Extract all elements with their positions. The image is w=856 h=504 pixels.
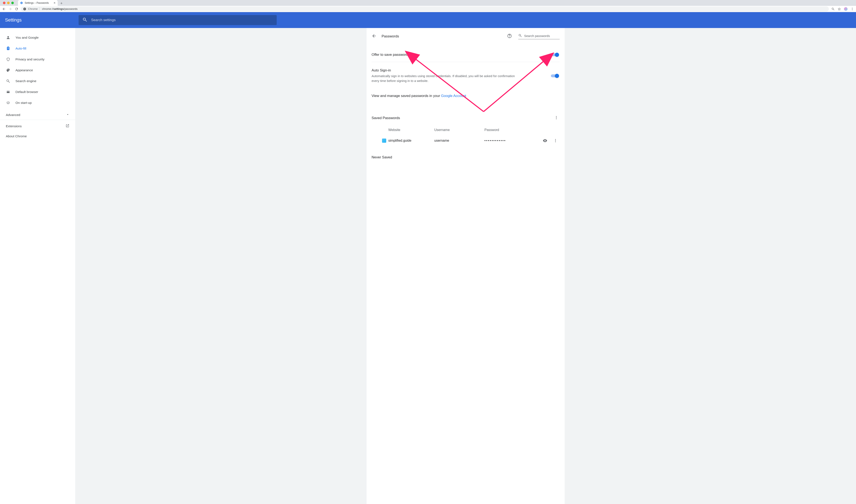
sidebar-advanced-toggle[interactable]: Advanced: [0, 110, 75, 120]
password-cell: ••••••••••••: [484, 139, 539, 143]
sidebar-advanced-label: Advanced: [6, 113, 20, 117]
setting-label: Auto Sign-in: [372, 68, 522, 72]
search-passwords-input[interactable]: [524, 34, 560, 38]
help-icon[interactable]: [507, 33, 512, 39]
svg-point-4: [556, 117, 556, 118]
palette-icon: [6, 68, 11, 72]
window-controls: [1, 2, 14, 4]
forward-button[interactable]: [8, 7, 12, 11]
site-favicon: [372, 139, 388, 143]
svg-point-6: [555, 139, 556, 140]
username-cell: username: [434, 139, 484, 143]
star-icon[interactable]: [838, 7, 841, 11]
back-arrow-button[interactable]: [372, 33, 377, 39]
passwords-table-head: Website Username Password: [372, 124, 560, 137]
password-row: simplified.guide username ••••••••••••: [372, 137, 560, 149]
chrome-menu-icon[interactable]: [851, 7, 854, 11]
setting-label: Offer to save passwords: [372, 53, 410, 57]
window-zoom-button[interactable]: [11, 2, 14, 4]
zoom-icon[interactable]: [831, 7, 835, 11]
sidebar-item-label: Search engine: [16, 79, 36, 83]
url-part: chrome://: [42, 7, 53, 11]
back-button[interactable]: [2, 7, 6, 11]
profile-avatar[interactable]: [844, 7, 848, 11]
svg-point-7: [555, 140, 556, 141]
sidebar-item-privacy[interactable]: Privacy and security: [0, 54, 75, 64]
show-password-icon[interactable]: [539, 138, 551, 143]
setting-auto-signin: Auto Sign-in Automatically sign in to we…: [372, 62, 560, 88]
view-manage-row: View and manage saved passwords in your …: [372, 88, 560, 109]
sidebar-item-startup[interactable]: On start-up: [0, 98, 75, 108]
search-passwords-box[interactable]: [518, 34, 560, 39]
sidebar-item-you-and-google[interactable]: You and Google: [0, 33, 75, 43]
svg-point-5: [556, 119, 556, 119]
address-bar[interactable]: Chrome chrome://settings/passwords: [21, 6, 829, 12]
os-titlebar: Settings – Passwords ✕ +: [0, 0, 856, 6]
sidebar-item-label: You and Google: [16, 36, 39, 39]
sidebar: You and Google Auto-fill Privacy and sec…: [0, 28, 75, 504]
main-area: Passwords Offer to save passwords: [75, 28, 856, 504]
sidebar-link-extensions[interactable]: Extensions: [0, 121, 75, 131]
url-part-bold: settings: [53, 7, 64, 11]
app-title: Settings: [5, 17, 78, 23]
toolbar-right: [831, 7, 854, 11]
chevron-down-icon: [66, 113, 69, 117]
search-settings-box[interactable]: [78, 15, 277, 25]
power-icon: [6, 101, 11, 105]
url-chip: Chrome: [28, 7, 39, 11]
column-website: Website: [372, 128, 434, 132]
google-account-link[interactable]: Google Account: [441, 94, 466, 98]
view-manage-text: View and manage saved passwords in your: [372, 94, 441, 98]
site-cell[interactable]: simplified.guide: [388, 139, 434, 143]
search-icon: [82, 17, 87, 23]
sidebar-link-about[interactable]: About Chrome: [0, 131, 75, 141]
passwords-panel: Passwords Offer to save passwords: [367, 28, 565, 504]
panel-head: Passwords: [372, 33, 560, 39]
sidebar-item-label: Auto-fill: [16, 47, 26, 50]
gear-icon: [20, 1, 23, 4]
svg-point-8: [555, 142, 556, 142]
sidebar-item-appearance[interactable]: Appearance: [0, 65, 75, 75]
reload-button[interactable]: [15, 7, 18, 11]
sidebar-item-label: Default browser: [16, 90, 38, 94]
svg-point-1: [852, 8, 853, 9]
column-username: Username: [434, 128, 484, 132]
svg-point-3: [556, 116, 556, 116]
sidebar-link-label: Extensions: [6, 124, 22, 128]
saved-passwords-menu-icon[interactable]: [553, 114, 560, 122]
url-part: /passwords: [64, 7, 77, 11]
saved-passwords-head: Saved Passwords: [372, 109, 560, 124]
search-settings-input[interactable]: [91, 18, 273, 22]
window-minimize-button[interactable]: [7, 2, 10, 4]
offer-save-toggle[interactable]: [551, 53, 558, 56]
open-in-new-icon: [66, 124, 69, 128]
svg-point-2: [852, 10, 853, 10]
tab-close-icon[interactable]: ✕: [54, 1, 56, 4]
panel-title: Passwords: [381, 34, 502, 38]
sidebar-item-default-browser[interactable]: Default browser: [0, 87, 75, 97]
site-info-icon[interactable]: [23, 7, 26, 11]
column-password: Password: [484, 128, 560, 132]
url-text: chrome://settings/passwords: [42, 7, 77, 11]
never-saved-title: Never Saved: [372, 149, 560, 159]
browser-toolbar: Chrome chrome://settings/passwords: [0, 6, 856, 12]
sidebar-item-search-engine[interactable]: Search engine: [0, 76, 75, 86]
tab-title: Settings – Passwords: [25, 1, 52, 4]
search-icon: [6, 79, 11, 83]
saved-passwords-title: Saved Passwords: [372, 116, 400, 120]
svg-point-0: [852, 8, 853, 8]
browser-icon: [6, 90, 11, 94]
sidebar-item-autofill[interactable]: Auto-fill: [0, 43, 75, 54]
window-close-button[interactable]: [3, 2, 5, 4]
new-tab-button[interactable]: +: [59, 1, 64, 6]
autosignin-toggle[interactable]: [551, 74, 558, 77]
content-area: You and Google Auto-fill Privacy and sec…: [0, 28, 856, 504]
sidebar-item-label: Appearance: [16, 68, 33, 72]
shield-icon: [6, 57, 11, 61]
clipboard-icon: [6, 47, 11, 51]
browser-tab[interactable]: Settings – Passwords ✕: [18, 0, 58, 6]
password-row-menu-icon[interactable]: [551, 139, 560, 143]
sidebar-link-label: About Chrome: [6, 134, 27, 138]
setting-offer-save: Offer to save passwords: [372, 47, 560, 62]
setting-desc: Automatically sign in to websites using …: [372, 74, 522, 83]
